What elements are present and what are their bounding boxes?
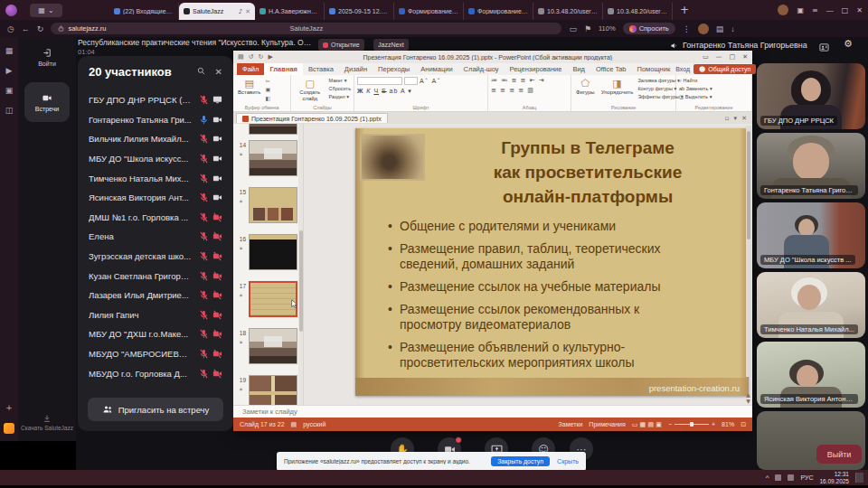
zoom-control[interactable]: −+ <box>668 421 715 427</box>
font-style-buttons[interactable]: Ж К Ч S ab A ▾ <box>357 88 412 95</box>
history-icon[interactable]: ◷ <box>7 24 14 33</box>
account-avatar[interactable] <box>698 23 709 34</box>
tab-panel-icon[interactable]: ▣ <box>797 6 804 14</box>
participant-row[interactable]: Зугрэсская детская шко... <box>78 247 233 267</box>
ribbon-tab-3[interactable]: Дизайн <box>339 63 373 75</box>
participants-list[interactable]: ГБУ ДПО ДНР РРЦСК (Вы)Гонтаренко Татьяна… <box>78 90 233 386</box>
notes-pane[interactable]: Заметки к слайду <box>233 405 752 418</box>
minimize-button[interactable]: — <box>826 6 834 14</box>
new-tab-button[interactable]: + <box>680 4 689 16</box>
slide-nav-buttons[interactable]: ▲▼ <box>744 391 752 404</box>
rail-add-icon[interactable]: + <box>5 403 13 412</box>
language-indicator[interactable]: РУС <box>800 474 813 481</box>
volume-icon[interactable] <box>788 474 794 481</box>
participant-row[interactable]: Лазарев Илья Дмитрие... <box>78 286 233 305</box>
participant-row[interactable]: МБУДО г.о. Горловка Д... <box>78 363 233 383</box>
ribbon-options-icon[interactable]: ▭ <box>703 53 709 61</box>
grow-shrink-font-icons[interactable]: A˄ A˅ <box>420 78 441 85</box>
font-name-select[interactable] <box>357 77 402 85</box>
current-slide[interactable]: Группы в Телеграме как просветительские … <box>355 128 749 396</box>
slide-thumbnail[interactable] <box>249 234 297 270</box>
participants-close-icon[interactable]: ✕ <box>215 67 222 77</box>
browser-logo-icon[interactable] <box>5 5 17 16</box>
participant-row[interactable]: МБУДО "АМБРОСИЕВС... <box>78 344 233 364</box>
assistant-ask-button[interactable]: Спросить <box>623 23 675 34</box>
ribbon-tab-7[interactable]: Рецензирование <box>505 63 568 75</box>
nav-meetings-button[interactable]: Встречи <box>24 82 70 122</box>
video-tile[interactable]: Тимченко Наталья Михайл... <box>757 272 865 338</box>
browser-tab[interactable]: Н.А.Заверюжнова... <box>255 3 325 20</box>
rail-alice-icon[interactable] <box>4 423 14 434</box>
participant-row[interactable]: Вильчик Лилия Михайл... <box>78 129 233 149</box>
align-buttons[interactable]: ≡ ≡ ≡ ≡ ▥ <box>491 87 534 94</box>
spell-icon[interactable]: ▤ <box>291 421 297 428</box>
invite-button[interactable]: Пригласить на встречу <box>88 398 223 421</box>
participant-row[interactable]: МБУ ДО "Школа искусс... <box>78 149 233 169</box>
save-icon[interactable]: ▤ <box>238 53 244 61</box>
browser-tab[interactable]: Формирование и... <box>464 3 533 20</box>
fit-slide-icon[interactable]: ⊡ <box>741 421 746 428</box>
ribbon-tab-8[interactable]: Вид <box>567 63 590 75</box>
maximize-button[interactable]: □ <box>842 6 849 14</box>
browser-tab[interactable]: 10.3.48.20/user/d... <box>533 3 603 20</box>
kebab-menu-icon[interactable]: ⋮ <box>683 24 691 33</box>
undo-icon[interactable]: ↺ <box>249 53 254 61</box>
office-tab-new-icon[interactable]: ▫ <box>725 115 730 122</box>
url-input[interactable]: salutejazz.ru SaluteJazz <box>51 23 561 34</box>
ppt-restore-button[interactable]: □ <box>730 53 736 61</box>
login-button[interactable]: Войти <box>18 48 76 68</box>
leave-meeting-button[interactable]: Выйти <box>816 445 862 464</box>
participant-row[interactable]: Кузан Светлана Григорь... <box>78 266 233 286</box>
office-tab-close-icon[interactable]: ✕ <box>741 115 747 122</box>
rail-panel-icon[interactable]: ▣ <box>5 86 14 95</box>
browser-menu-icon[interactable]: ≡ <box>812 6 818 14</box>
participant-row[interactable]: Ясинская Виктория Ант... <box>78 188 233 208</box>
zoom-percent[interactable]: 81% <box>722 421 734 427</box>
cut-icon[interactable]: ✂ <box>265 78 270 84</box>
slide-thumbnail[interactable] <box>249 187 297 223</box>
participant-row[interactable]: Елена <box>78 227 233 247</box>
participant-row[interactable]: ДМШ №1 г.о. Горловка ... <box>78 208 233 228</box>
network-icon[interactable] <box>775 474 781 481</box>
profile-avatar[interactable] <box>778 5 788 15</box>
participant-row[interactable]: Гонтаренко Татьяна Гри... <box>78 110 233 130</box>
ppt-minimize-button[interactable]: — <box>716 53 722 61</box>
status-comments-button[interactable]: Примечания <box>589 421 625 427</box>
downloads-icon[interactable]: ↓ <box>731 24 735 33</box>
browser-tab[interactable]: (22) Входящие - П... <box>109 3 179 20</box>
zoom-level[interactable]: 110% <box>599 24 616 33</box>
participant-row[interactable]: Тимченко Наталья Мих... <box>78 168 233 188</box>
slide-scrollbar[interactable] <box>746 126 751 377</box>
ribbon-tab-file[interactable]: Файл <box>237 63 264 75</box>
paste-button[interactable]: ▤Вставить <box>236 77 262 97</box>
tab-close-icon[interactable]: ✕ <box>245 8 250 15</box>
format-painter-icon[interactable]: ◧ <box>265 95 270 101</box>
office-tab-menu-icon[interactable]: ▾ <box>734 115 738 122</box>
find-button[interactable]: ⌕ Найти <box>679 77 712 84</box>
section-button[interactable]: Раздел ▾ <box>329 93 351 100</box>
browser-tab[interactable]: 10.3.48.20/user/d... <box>603 3 673 20</box>
sidebar-toggle-button[interactable]: ▦⌄ <box>30 4 62 17</box>
ribbon-tab-6[interactable]: Слайд-шоу <box>458 63 505 75</box>
bookmark-icon[interactable]: ⚑ <box>584 24 591 33</box>
participant-row[interactable]: ГБУ ДПО ДНР РРЦСК (Вы) <box>78 90 233 110</box>
language-label[interactable]: русский <box>303 421 326 427</box>
participants-toggle-icon[interactable] <box>818 40 830 56</box>
thumbnail-scrollbar[interactable] <box>298 124 303 405</box>
layout-button[interactable]: Макет ▾ <box>329 77 351 84</box>
reset-button[interactable]: Сбросить <box>329 85 351 92</box>
slide-thumbnail[interactable] <box>249 281 297 317</box>
browser-tab[interactable]: 2025-09-15 12.12... <box>325 3 394 20</box>
rail-apps-icon[interactable]: ▦ <box>5 46 14 55</box>
video-tile[interactable]: ГБУ ДПО ДНР РРЦСК <box>757 63 865 129</box>
participant-row[interactable]: МБУ ДО "ДХШ г.о.Маке... <box>78 324 233 344</box>
ribbon-tab-9[interactable]: Office Tab <box>590 63 632 75</box>
ppt-signin[interactable]: Вход <box>675 66 690 72</box>
replace-button[interactable]: ab Заменить ▾ <box>679 85 712 92</box>
taskbar-clock[interactable]: 12:31 16.09.2025 <box>819 471 849 484</box>
ribbon-tab-2[interactable]: Вставка <box>303 63 339 75</box>
stop-sharing-button[interactable]: Закрыть доступ <box>491 456 550 466</box>
back-icon[interactable]: ← <box>22 24 30 33</box>
reload-icon[interactable]: ↻ <box>37 24 44 33</box>
collections-icon[interactable]: ▤ <box>716 24 724 33</box>
